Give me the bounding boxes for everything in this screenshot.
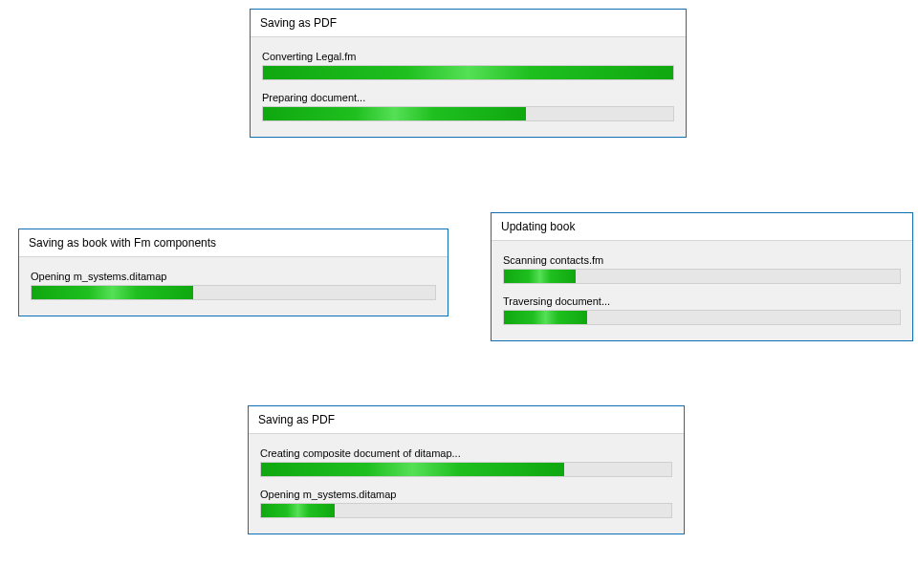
- task-label: Opening m_systems.ditamap: [260, 489, 672, 500]
- dialog-title: Saving as book with Fm components: [19, 229, 448, 257]
- progress-bar: [503, 310, 901, 325]
- dialog-body: Converting Legal.fm Preparing document..…: [251, 37, 686, 137]
- progress-bar: [260, 503, 672, 518]
- progress-task: Opening m_systems.ditamap: [260, 489, 672, 518]
- dialog-body: Scanning contacts.fm Traversing document…: [492, 241, 912, 340]
- progress-bar: [503, 269, 901, 284]
- progress-fill: [263, 107, 526, 120]
- dialog-title: Saving as PDF: [249, 406, 684, 434]
- progress-dialog: Saving as PDF Converting Legal.fm Prepar…: [250, 9, 687, 138]
- task-label: Scanning contacts.fm: [503, 254, 901, 266]
- progress-bar: [262, 65, 674, 80]
- progress-task: Creating composite document of ditamap..…: [260, 447, 672, 477]
- progress-fill: [263, 66, 673, 79]
- progress-bar: [262, 106, 674, 121]
- progress-bar: [260, 462, 672, 477]
- task-label: Traversing document...: [503, 295, 901, 307]
- progress-task: Traversing document...: [503, 295, 901, 325]
- dialog-title: Updating book: [492, 213, 912, 241]
- task-label: Converting Legal.fm: [262, 51, 674, 62]
- progress-fill: [504, 311, 587, 324]
- progress-dialog: Saving as book with Fm components Openin…: [18, 229, 448, 316]
- progress-fill: [32, 286, 193, 299]
- progress-fill: [261, 504, 335, 517]
- task-label: Opening m_systems.ditamap: [31, 271, 436, 282]
- progress-bar: [31, 285, 436, 300]
- dialog-title: Saving as PDF: [251, 10, 686, 37]
- dialog-body: Opening m_systems.ditamap: [19, 257, 448, 316]
- progress-task: Preparing document...: [262, 92, 674, 121]
- progress-task: Converting Legal.fm: [262, 51, 674, 80]
- dialog-body: Creating composite document of ditamap..…: [249, 434, 684, 534]
- progress-dialog: Saving as PDF Creating composite documen…: [248, 405, 685, 534]
- progress-task: Opening m_systems.ditamap: [31, 271, 436, 300]
- progress-task: Scanning contacts.fm: [503, 254, 901, 284]
- progress-fill: [504, 270, 576, 283]
- progress-dialog: Updating book Scanning contacts.fm Trave…: [491, 212, 913, 341]
- progress-fill: [261, 463, 564, 476]
- task-label: Preparing document...: [262, 92, 674, 103]
- task-label: Creating composite document of ditamap..…: [260, 447, 672, 459]
